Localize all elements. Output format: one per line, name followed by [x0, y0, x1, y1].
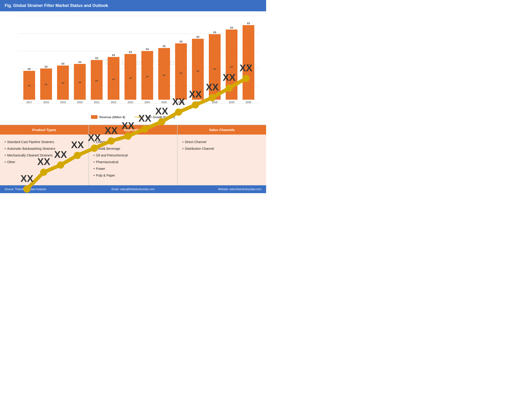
bar: XX — [108, 57, 119, 100]
list-item: Automatic Backwashing Strainers — [5, 145, 84, 152]
legend-bar-icon — [91, 115, 97, 119]
legend-revenue: Revenue (Million $) — [91, 115, 125, 119]
bar-group: XXXX2018 — [38, 65, 55, 104]
bar-top-label: XX — [112, 54, 115, 56]
svg-point-1 — [138, 116, 140, 118]
bar-year-label: 2022 — [111, 101, 116, 104]
bar: XX — [23, 71, 35, 100]
bar-year-label: 2019 — [60, 101, 66, 104]
list-item: Other — [5, 159, 84, 166]
bar-mid-label: XX — [129, 77, 132, 79]
bar-group: XXXX2017 — [21, 68, 38, 104]
legend-line-icon — [134, 115, 144, 119]
bar-year-label: 2024 — [144, 101, 150, 104]
bar-mid-label: XX — [230, 66, 233, 68]
bar-mid-label: XX — [61, 82, 64, 84]
bar-year-label: 2017 — [26, 101, 32, 104]
bar: XX — [40, 69, 52, 100]
col-content-2: Direct ChannelDistribution Channel — [178, 135, 266, 185]
bar-mid-label: XX — [95, 80, 98, 82]
bar: XX — [243, 25, 254, 100]
col-list-2: Direct ChannelDistribution Channel — [182, 139, 262, 152]
bar-mid-label: XX — [180, 72, 182, 74]
bar-year-label: 2027 — [195, 101, 200, 104]
bar-top-label: XX — [230, 27, 233, 29]
bar-top-label: XX — [180, 40, 182, 43]
bar-top-label: XX — [146, 48, 149, 51]
col-content-0: Standard Cast Pipeline StrainersAutomati… — [0, 135, 88, 185]
list-item: Standard Cast Pipeline Strainers — [5, 139, 84, 145]
bar-group: XXXX2019 — [55, 63, 71, 104]
legend-bar-label: Revenue (Million $) — [99, 115, 125, 119]
bar-group: XXXX2024 — [139, 48, 156, 104]
list-item: Direct Channel — [182, 139, 262, 145]
bar-top-label: XX — [163, 45, 166, 47]
bar: XX — [226, 29, 238, 100]
bar-group: XXXX2028 — [206, 31, 223, 104]
footer-website: Website: www.theindustrystats.com — [176, 188, 262, 191]
bar-top-label: XX — [95, 57, 98, 60]
bottom-col-0: Product TypesStandard Cast Pipeline Stra… — [0, 125, 89, 185]
bar-group: XXXX2021 — [88, 57, 105, 104]
chart-area: The Industry Stats market research XXXX2… — [7, 16, 259, 113]
bar-mid-label: XX — [45, 83, 47, 86]
col-list-1: ChemicalFood& BeverageOil and Petrochemi… — [94, 139, 173, 179]
col-content-1: ChemicalFood& BeverageOil and Petrochemi… — [89, 135, 177, 185]
footer: Source: Theindustrystats Analysis Email:… — [0, 185, 266, 193]
page-title: Fig. Global Strainer Filter Market Statu… — [5, 3, 108, 8]
list-item: Mechanically Cleaned Strainers — [5, 152, 84, 159]
bar-group: XXXX2027 — [190, 36, 206, 104]
list-item: Pulp & Paper — [94, 172, 173, 179]
list-item: Food& Beverage — [94, 145, 173, 152]
bars-area: XXXX2017XXXX2018XXXX2019XXXX2020XXXX2021… — [19, 16, 259, 104]
list-item: Chemical — [94, 139, 173, 145]
legend-line-label: Y-oY Growth Rate (%) — [145, 115, 175, 119]
bar-year-label: 2025 — [161, 101, 167, 104]
list-item: Distribution Channel — [182, 145, 262, 152]
bar-year-label: 2030 — [246, 101, 251, 104]
bar-year-label: 2021 — [94, 101, 99, 104]
bar-group: XXXX2030 — [240, 22, 257, 104]
list-item: Power — [94, 166, 173, 172]
bar: XX — [158, 48, 170, 100]
bottom-section: Product TypesStandard Cast Pipeline Stra… — [0, 125, 266, 185]
bottom-col-2: Sales ChannelsDirect ChannelDistribution… — [178, 125, 266, 185]
bar-mid-label: XX — [28, 84, 30, 87]
footer-source: Source: Theindustrystats Analysis — [5, 188, 90, 191]
bar: XX — [175, 43, 187, 100]
bar-year-label: 2026 — [178, 101, 184, 104]
bar-top-label: XX — [28, 68, 31, 70]
bar-group: XXXX2029 — [223, 27, 240, 104]
bar-top-label: XX — [196, 36, 199, 38]
chart-legend: Revenue (Million $) Y-oY Growth Rate (%) — [7, 113, 259, 122]
bar-mid-label: XX — [247, 64, 250, 66]
bar-year-label: 2020 — [77, 101, 83, 104]
bar-top-label: XX — [61, 63, 65, 65]
chart-container: The Industry Stats market research XXXX2… — [0, 11, 266, 125]
page-header: Fig. Global Strainer Filter Market Statu… — [0, 0, 266, 11]
bar-group: XXXX2022 — [105, 54, 122, 104]
bar-group: XXXX2026 — [172, 40, 190, 104]
bar: XX — [141, 51, 153, 100]
bar-top-label: XX — [247, 22, 250, 25]
bar-mid-label: XX — [146, 75, 149, 78]
bar-year-label: 2029 — [229, 101, 234, 104]
col-header-0: Product Types — [0, 125, 88, 135]
bar-year-label: 2018 — [43, 101, 49, 104]
bar-mid-label: XX — [213, 68, 216, 70]
bar-top-label: XX — [78, 61, 81, 64]
bar-mid-label: XX — [196, 70, 199, 72]
bar-top-label: XX — [213, 31, 216, 34]
col-header-2: Sales Channels — [178, 125, 266, 135]
bar-year-label: 2023 — [127, 101, 133, 104]
bar-top-label: XX — [129, 51, 132, 54]
bar-group: XXXX2023 — [122, 51, 139, 104]
bar-top-label: XX — [45, 65, 48, 68]
bar: XX — [57, 65, 69, 100]
bar-year-label: 2028 — [212, 101, 217, 104]
bar: XX — [209, 34, 221, 100]
list-item: Pharmaceutical — [94, 159, 173, 166]
col-header-1: Application — [89, 125, 177, 135]
list-item: Oil and Petrochemical — [94, 152, 173, 159]
footer-email: Email: sales@theindustrystats.com — [90, 188, 176, 191]
